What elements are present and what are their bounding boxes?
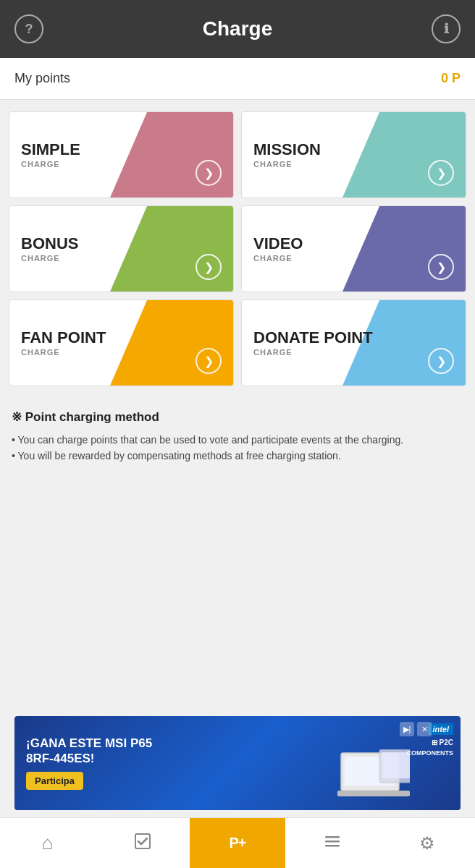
ad-skip-icon[interactable]: ▶| xyxy=(400,722,414,736)
simple-card-arrow: ❯ xyxy=(196,160,222,186)
video-card-arrow: ❯ xyxy=(428,254,454,280)
donatepoint-card-subtitle: CHARGE xyxy=(253,348,373,357)
video-card-title: VIDEO xyxy=(253,235,303,252)
info-icon[interactable]: ℹ xyxy=(432,14,461,43)
svg-rect-2 xyxy=(337,791,410,796)
video-charge-card[interactable]: VIDEO CHARGE ❯ xyxy=(241,205,466,292)
bonus-card-arrow: ❯ xyxy=(196,254,222,280)
mission-charge-card[interactable]: MISSION CHARGE ❯ xyxy=(241,111,466,198)
donatepoint-card-title: DONATE POINT xyxy=(253,329,373,346)
fanpoint-card-subtitle: CHARGE xyxy=(21,348,106,357)
mission-card-subtitle: CHARGE xyxy=(253,160,321,169)
info-text-1: • You can charge points that can be used… xyxy=(12,432,463,448)
charge-grid: SIMPLE CHARGE ❯ MISSION CHARGE ❯ BONUS C… xyxy=(0,100,475,398)
help-icon[interactable]: ? xyxy=(14,14,43,43)
simple-card-title: SIMPLE xyxy=(21,141,80,158)
page-title: Charge xyxy=(203,17,272,41)
menu-icon xyxy=(322,831,342,856)
bonus-charge-card[interactable]: BONUS CHARGE ❯ xyxy=(9,205,234,292)
ad-container: ¡GANA ESTE MSI P658RF-445ES! Participa i… xyxy=(0,716,475,810)
nav-menu[interactable] xyxy=(285,818,380,868)
bonus-card-subtitle: CHARGE xyxy=(21,254,78,263)
fanpoint-card-title: FAN POINT xyxy=(21,329,106,346)
bonus-card-text: BONUS CHARGE xyxy=(21,235,78,263)
nav-settings[interactable]: ⚙ xyxy=(380,818,475,868)
donatepoint-charge-card[interactable]: DONATE POINT CHARGE ❯ xyxy=(241,299,466,386)
points-label: My points xyxy=(14,71,70,86)
card-shape-video xyxy=(342,206,466,292)
fanpoint-card-arrow: ❯ xyxy=(196,348,222,374)
simple-charge-card[interactable]: SIMPLE CHARGE ❯ xyxy=(9,111,234,198)
points-value: 0 P xyxy=(441,71,461,86)
checklist-icon xyxy=(133,831,153,856)
mission-card-title: MISSION xyxy=(253,141,321,158)
nav-checklist[interactable] xyxy=(95,818,190,868)
card-shape-mission xyxy=(342,112,466,197)
bottom-nav: ⌂ P+ ⚙ xyxy=(0,817,475,868)
card-shape-simple xyxy=(110,112,233,197)
simple-card-text: SIMPLE CHARGE xyxy=(21,141,80,169)
nav-points[interactable]: P+ xyxy=(190,818,285,868)
bonus-card-title: BONUS xyxy=(21,235,78,252)
info-text-2: • You will be rewarded by compensating m… xyxy=(12,448,463,464)
video-card-text: VIDEO CHARGE xyxy=(253,235,303,263)
ad-controls: ▶| ✕ xyxy=(400,722,432,736)
fanpoint-card-text: FAN POINT CHARGE xyxy=(21,329,106,357)
mission-card-arrow: ❯ xyxy=(428,160,454,186)
card-shape-bonus xyxy=(110,206,233,292)
donatepoint-card-text: DONATE POINT CHARGE xyxy=(253,329,373,357)
home-icon: ⌂ xyxy=(42,832,54,854)
ad-banner[interactable]: ¡GANA ESTE MSI P658RF-445ES! Participa i… xyxy=(14,716,461,810)
fanpoint-charge-card[interactable]: FAN POINT CHARGE ❯ xyxy=(9,299,234,386)
ad-close-icon[interactable]: ✕ xyxy=(417,722,432,736)
spacer xyxy=(0,479,475,716)
nav-home[interactable]: ⌂ xyxy=(0,818,95,868)
mission-card-text: MISSION CHARGE xyxy=(253,141,321,169)
settings-icon: ⚙ xyxy=(419,833,435,854)
info-title: ※ Point charging method xyxy=(12,409,463,425)
points-icon: P+ xyxy=(229,835,245,851)
ad-headline: ¡GANA ESTE MSI P658RF-445ES! xyxy=(26,736,449,766)
ad-text-block: ¡GANA ESTE MSI P658RF-445ES! Participa xyxy=(26,736,449,790)
video-card-subtitle: CHARGE xyxy=(253,254,303,263)
simple-card-subtitle: CHARGE xyxy=(21,160,80,169)
header: ? Charge ℹ xyxy=(0,0,475,58)
svg-rect-7 xyxy=(325,841,340,843)
info-section: ※ Point charging method • You can charge… xyxy=(0,398,475,479)
intel-logo: intel xyxy=(428,723,453,735)
card-shape-fanpoint xyxy=(110,300,233,386)
points-bar: My points 0 P xyxy=(0,58,475,100)
ad-participate-button[interactable]: Participa xyxy=(26,772,83,790)
donatepoint-card-arrow: ❯ xyxy=(428,348,454,374)
svg-rect-6 xyxy=(325,836,340,838)
svg-rect-8 xyxy=(325,845,340,847)
